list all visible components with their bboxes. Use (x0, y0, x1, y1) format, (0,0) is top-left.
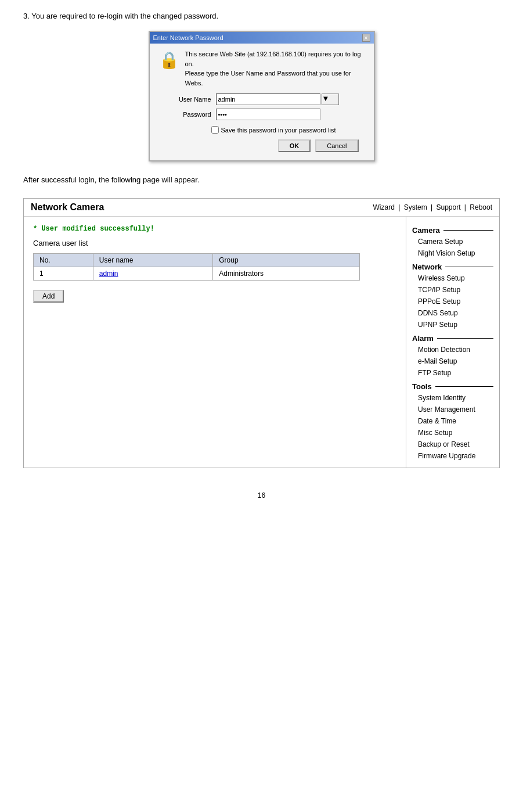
sidebar-item-camera-setup[interactable]: Camera Setup (406, 236, 499, 247)
add-button-wrapper: Add (33, 290, 396, 303)
sidebar-item-system-identity[interactable]: System Identity (406, 392, 499, 404)
sidebar-item-ftp-setup[interactable]: FTP Setup (406, 367, 499, 379)
nav-sep2: | (431, 203, 432, 211)
sidebar-item-night-vision-setup[interactable]: Night Vision Setup (406, 247, 499, 259)
username-row: User Name ▼ (165, 94, 365, 105)
password-label: Password (165, 111, 211, 118)
dialog-title: Enter Network Password (153, 34, 223, 41)
cell-username: admin (93, 267, 212, 281)
sidebar-section-network: Network (406, 259, 499, 272)
dialog-message: This secure Web Site (at 192.168.168.100… (185, 49, 365, 88)
sidebar-network-label: Network (412, 263, 442, 271)
ok-button[interactable]: OK (278, 139, 311, 152)
camera-ui: Network Camera Wizard | System | Support… (23, 198, 500, 468)
sidebar-tools-label: Tools (412, 382, 432, 391)
camera-ui-nav: Wizard | System | Support | Reboot (373, 203, 492, 211)
username-input[interactable] (216, 94, 320, 105)
nav-sep1: | (398, 203, 400, 211)
dialog-fields: User Name ▼ Password (165, 94, 365, 120)
sidebar-alarm-line (437, 338, 493, 339)
sidebar-camera-label: Camera (412, 226, 440, 235)
success-message: * User modified successfully! (33, 225, 396, 233)
sidebar-section-tools: Tools (406, 379, 499, 392)
sidebar-item-wireless-setup[interactable]: Wireless Setup (406, 272, 499, 284)
dialog-buttons: OK Cancel (159, 139, 365, 152)
sidebar-item-motion-detection[interactable]: Motion Detection (406, 344, 499, 355)
page-number: 16 (23, 491, 500, 500)
password-row: Password (165, 109, 365, 120)
table-row: 1 admin Administrators (34, 267, 360, 281)
table-header-row: No. User name Group (34, 254, 360, 267)
sidebar-alarm-label: Alarm (412, 334, 434, 343)
sidebar-camera-line (443, 230, 493, 231)
camera-ui-sidebar: Camera Camera Setup Night Vision Setup N… (406, 217, 499, 468)
username-dropdown[interactable]: ▼ (322, 94, 339, 105)
user-table-head: No. User name Group (34, 254, 360, 267)
cell-group: Administrators (213, 267, 360, 281)
password-input[interactable] (216, 109, 320, 120)
user-table: No. User name Group 1 admin Administrato… (33, 253, 360, 281)
col-header-no: No. (34, 254, 93, 267)
reboot-link[interactable]: Reboot (470, 203, 492, 211)
camera-ui-main: * User modified successfully! Camera use… (24, 217, 406, 468)
cell-no: 1 (34, 267, 93, 281)
sidebar-network-line (445, 267, 493, 267)
dialog-titlebar: Enter Network Password × (150, 32, 374, 44)
save-password-checkbox[interactable] (211, 126, 219, 134)
sidebar-tools-line (435, 386, 493, 387)
after-login-text: After successful login, the following pa… (23, 175, 500, 184)
add-button[interactable]: Add (33, 290, 64, 303)
sidebar-item-pppoe-setup[interactable]: PPPoE Setup (406, 296, 499, 307)
user-list-title: Camera user list (33, 239, 396, 247)
username-label: User Name (165, 96, 211, 103)
sidebar-section-camera: Camera (406, 222, 499, 236)
dialog-message-line2: Please type the User Name and Password t… (185, 69, 365, 88)
support-link[interactable]: Support (436, 203, 460, 211)
dialog-close-button[interactable]: × (362, 34, 370, 42)
sidebar-section-alarm: Alarm (406, 330, 499, 344)
camera-ui-title: Network Camera (31, 202, 104, 213)
lock-icon: 🔒 (159, 51, 179, 70)
sidebar-item-date-time[interactable]: Date & Time (406, 415, 499, 427)
sidebar-item-ddns-setup[interactable]: DDNS Setup (406, 307, 499, 319)
nav-sep3: | (464, 203, 466, 211)
col-header-username: User name (93, 254, 212, 267)
sidebar-item-firmware-upgrade[interactable]: Firmware Upgrade (406, 450, 499, 462)
wizard-link[interactable]: Wizard (373, 203, 394, 211)
user-table-body: 1 admin Administrators (34, 267, 360, 281)
sidebar-item-misc-setup[interactable]: Misc Setup (406, 427, 499, 439)
dialog-body: 🔒 This secure Web Site (at 192.168.168.1… (150, 44, 374, 160)
dialog-icon-row: 🔒 This secure Web Site (at 192.168.168.1… (159, 49, 365, 88)
step3-text: 3. You are required to re-login with the… (23, 12, 500, 20)
sidebar-item-user-management[interactable]: User Management (406, 404, 499, 415)
sidebar-item-upnp-setup[interactable]: UPNP Setup (406, 319, 499, 330)
save-password-label: Save this password in your password list (221, 127, 336, 134)
dialog-container: Enter Network Password × 🔒 This secure W… (23, 31, 500, 161)
sidebar-item-email-setup[interactable]: e-Mail Setup (406, 355, 499, 367)
col-header-group: Group (213, 254, 360, 267)
camera-ui-body: * User modified successfully! Camera use… (24, 217, 499, 468)
username-link[interactable]: admin (99, 270, 118, 278)
system-link[interactable]: System (404, 203, 427, 211)
sidebar-item-tcpip-setup[interactable]: TCP/IP Setup (406, 284, 499, 296)
sidebar-item-backup-reset[interactable]: Backup or Reset (406, 439, 499, 450)
network-password-dialog: Enter Network Password × 🔒 This secure W… (149, 31, 375, 161)
save-password-row: Save this password in your password list (211, 126, 365, 134)
cancel-button[interactable]: Cancel (315, 139, 358, 152)
camera-ui-header: Network Camera Wizard | System | Support… (24, 199, 499, 217)
dialog-message-line1: This secure Web Site (at 192.168.168.100… (185, 49, 365, 69)
